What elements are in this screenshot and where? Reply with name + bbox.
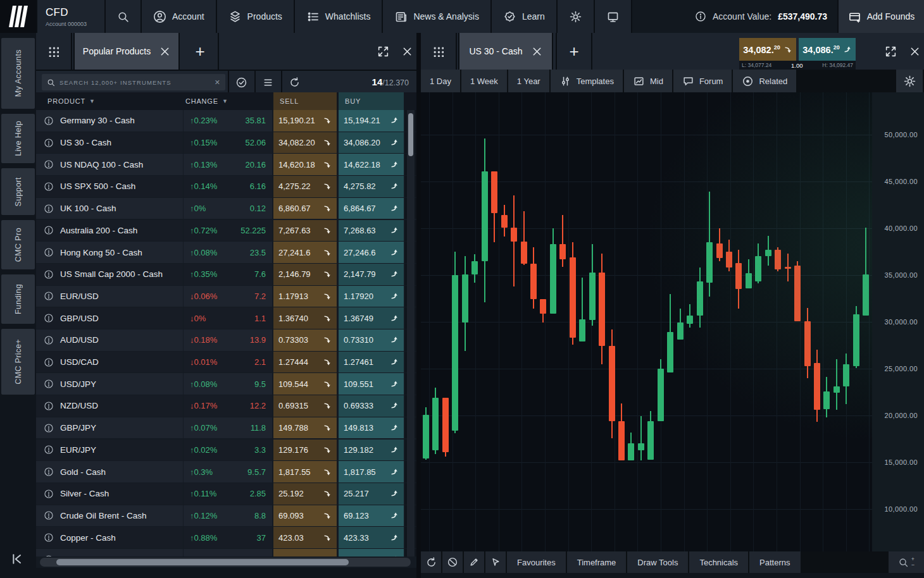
- buy-price-button[interactable]: 25.217: [339, 483, 404, 505]
- buy-price-button[interactable]: 2,147.79: [339, 264, 404, 285]
- nav-item-whatchlists[interactable]: Whatchlists: [295, 0, 382, 33]
- watchlist-row-usd-jpy[interactable]: USD/JPY↑ 0.08%9.5109.544109.551: [36, 373, 416, 395]
- sell-price-button[interactable]: 1.17913: [273, 286, 337, 307]
- chart-plot-area[interactable]: [421, 92, 872, 551]
- add-tab-button[interactable]: +: [182, 33, 219, 70]
- nav-item-monitor[interactable]: [595, 0, 631, 33]
- module-grid-button[interactable]: [36, 33, 72, 70]
- sell-price-button[interactable]: 14,620.18: [273, 154, 337, 175]
- sell-price-button[interactable]: 2,146.79: [273, 264, 337, 285]
- watchlist-row-us-spx-500-cash[interactable]: US SPX 500 - Cash↑ 0.14%6.164,275.224,27…: [36, 176, 416, 197]
- sidebar-collapse-button[interactable]: [9, 551, 24, 567]
- watchlist-row-gbp-usd[interactable]: GBP/USD↓ 0%1.11.367401.36749: [36, 307, 416, 329]
- clear-search-icon[interactable]: ✕: [215, 78, 220, 87]
- watchlist-row-copper-cash[interactable]: Copper - Cash↑ 0.88%37423.03423.33: [36, 527, 416, 548]
- watchlist-row-natural-gas[interactable]: Natural Gas↓ 0.69%0.050.7020.703: [36, 549, 416, 556]
- sell-price-button[interactable]: 129.176: [273, 440, 337, 461]
- buy-price-button[interactable]: 0.69333: [339, 395, 404, 417]
- buy-price-button[interactable]: 14,622.18: [339, 154, 404, 175]
- buy-price-button[interactable]: 34,086.20: [339, 132, 404, 154]
- candlestick-chart[interactable]: 50,000.0045,000.0040,000.0035,000.0030,0…: [421, 92, 924, 551]
- chart-menu-draw-tools[interactable]: Draw Tools: [627, 551, 689, 573]
- buy-price-button[interactable]: 149.813: [339, 417, 404, 439]
- buy-price-button[interactable]: 0.73310: [339, 329, 404, 351]
- buy-price-button[interactable]: 27,246.6: [339, 242, 404, 263]
- watchlist-row-us-small-cap-2000-cash[interactable]: US Small Cap 2000 - Cash↑ 0.35%7.62,146.…: [36, 264, 416, 285]
- pencil-button[interactable]: [464, 551, 485, 573]
- watchlist-row-germany-30-cash[interactable]: Germany 30 - Cash↑ 0.23%35.8115,190.2115…: [36, 110, 416, 132]
- sidebar-item-my-accounts[interactable]: My Accounts: [1, 38, 35, 109]
- buy-price-button[interactable]: 69.123: [339, 505, 404, 527]
- sell-price-button[interactable]: 149.788: [273, 417, 337, 439]
- sell-price-button[interactable]: 34,082.20: [739, 38, 796, 61]
- sidebar-item-funding[interactable]: Funding: [1, 274, 35, 324]
- close-panel-button[interactable]: [402, 46, 413, 57]
- vertical-scrollbar-thumb[interactable]: [408, 113, 413, 156]
- refresh-button[interactable]: [421, 551, 442, 573]
- buy-price-button[interactable]: 129.182: [339, 440, 404, 461]
- sell-price-button[interactable]: 34,082.20: [273, 132, 337, 154]
- sell-price-button[interactable]: 109.544: [273, 373, 337, 395]
- nav-item-account[interactable]: Account: [142, 0, 216, 33]
- watchlist-row-eur-jpy[interactable]: EUR/JPY↑ 0.02%3.3129.176129.182: [36, 440, 416, 461]
- tab-close-icon[interactable]: [159, 46, 170, 57]
- zoom-plus-minus[interactable]: +−: [911, 556, 915, 568]
- module-grid-button[interactable]: [421, 33, 457, 70]
- sell-price-button[interactable]: 423.03: [273, 527, 337, 548]
- sell-price-button[interactable]: 0.73303: [273, 329, 337, 351]
- chart-menu-technicals[interactable]: Technicals: [689, 551, 749, 573]
- expand-panel-button[interactable]: [377, 46, 389, 58]
- nav-item-news-analysis[interactable]: News & Analysis: [383, 0, 490, 33]
- watchlist-row-silver-cash[interactable]: Silver - Cash↑ 0.11%2.8525.19225.217: [36, 483, 416, 505]
- refresh-button[interactable]: [281, 71, 306, 94]
- cursor-button[interactable]: [485, 551, 507, 573]
- sell-price-button[interactable]: 0.69315: [273, 395, 337, 417]
- buy-price-button[interactable]: 109.551: [339, 373, 404, 395]
- column-product[interactable]: PRODUCT▼: [47, 92, 96, 110]
- chart-tool-forum[interactable]: Forum: [673, 70, 734, 92]
- watchlist-row-aud-usd[interactable]: AUD/USD↓ 0.18%13.90.733030.73310: [36, 329, 416, 351]
- sidebar-item-support[interactable]: Support: [1, 168, 35, 215]
- buy-price-button[interactable]: 1.17920: [339, 286, 404, 307]
- buy-price-button[interactable]: 1.27461: [339, 352, 404, 373]
- watchlist-row-uk-100-cash[interactable]: UK 100 - Cash↑ 0%0.126,860.676,864.67: [36, 198, 416, 219]
- search-input[interactable]: SEARCH 12,000+ INSTRUMENTS ✕: [42, 74, 225, 90]
- column-sell[interactable]: SELL: [273, 92, 337, 110]
- buy-price-button[interactable]: 1.36749: [339, 307, 404, 329]
- watchlist-row-gold-cash[interactable]: Gold - Cash↑ 0.3%9.5.71,817.551,817.85: [36, 461, 416, 483]
- sell-price-button[interactable]: 25.192: [273, 483, 337, 505]
- buy-price-button[interactable]: 1,817.85: [339, 461, 404, 483]
- sell-price-button[interactable]: 69.093: [273, 505, 337, 527]
- tab-close-icon[interactable]: [532, 46, 542, 57]
- chart-settings-button[interactable]: [896, 70, 924, 92]
- sell-price-button[interactable]: 15,190.21: [273, 110, 337, 132]
- watchlist-row-us-ndaq-100-cash[interactable]: US NDAQ 100 - Cash↑ 0.13%20.1614,620.181…: [36, 154, 416, 175]
- nav-item-products[interactable]: Products: [217, 0, 294, 33]
- sidebar-item-cmc-price-[interactable]: CMC Price+: [1, 329, 35, 395]
- chart-zoom-button[interactable]: +−: [889, 551, 924, 573]
- tab-us30-cash[interactable]: US 30 - Cash: [458, 33, 553, 70]
- horizontal-scrollbar-thumb[interactable]: [56, 559, 349, 565]
- panel-divider[interactable]: [416, 33, 421, 578]
- buy-price-button[interactable]: 34,086.20: [799, 38, 856, 61]
- sell-price-button[interactable]: 7,267.63: [273, 220, 337, 242]
- buy-price-button[interactable]: 15,194.21: [339, 110, 404, 132]
- column-buy[interactable]: BUY: [339, 92, 404, 110]
- buy-price-button[interactable]: 6,864.67: [339, 198, 404, 219]
- watchlist-row-australia-200-cash[interactable]: Australia 200 - Cash↑ 0.72%52.2257,267.6…: [36, 220, 416, 242]
- sell-price-button[interactable]: 1,817.55: [273, 461, 337, 483]
- expand-panel-button[interactable]: [885, 46, 897, 58]
- sell-price-button[interactable]: 6,860.67: [273, 198, 337, 219]
- chart-menu-timeframe[interactable]: Timeframe: [567, 551, 628, 573]
- tab-popular-products[interactable]: Popular Products: [73, 33, 180, 70]
- watchlist-row-crude-oil-brent-cash[interactable]: Crude Oil Brent - Cash↑ 0.12%8.869.09369…: [36, 505, 416, 527]
- watchlist-row-us-30-cash[interactable]: US 30 - Cash↑ 0.15%52.0634,082.2034,086.…: [36, 132, 416, 154]
- chart-menu-favourites[interactable]: Favourites: [507, 551, 567, 573]
- watchlist-row-hong-kong-50-cash[interactable]: Hong Kong 50 - Cash↑ 0.08%23.527,241.627…: [36, 242, 416, 263]
- sell-price-button[interactable]: 4,275.22: [273, 176, 337, 197]
- nav-item-gear[interactable]: [558, 0, 594, 33]
- chart-tool-related[interactable]: Related: [733, 70, 797, 92]
- sell-price-button[interactable]: 0.702: [273, 549, 337, 556]
- vertical-scrollbar-track[interactable]: [407, 110, 415, 556]
- sell-price-button[interactable]: 1.27444: [273, 352, 337, 373]
